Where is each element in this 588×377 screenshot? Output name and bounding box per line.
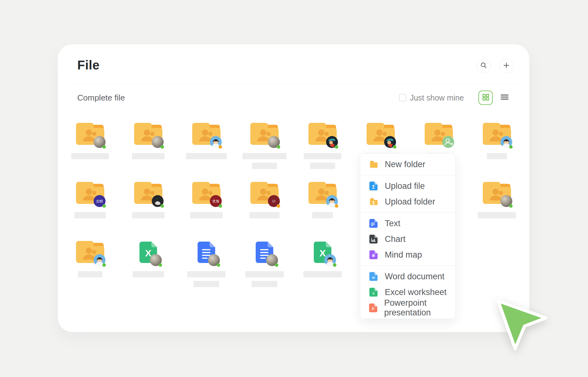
filename-skeleton [304,153,341,159]
owner-avatar-badge [326,195,338,207]
owner-avatar-badge: LI [268,195,280,207]
item-icon-box: X [134,238,162,263]
item-icon-box [192,238,220,263]
item-icon-box [134,120,162,145]
item-icon-box [367,120,395,145]
folder-item[interactable] [73,120,107,168]
excel-file-item[interactable]: X [131,238,166,286]
skeleton-lines [247,212,282,218]
owner-avatar-badge [266,254,278,266]
folder-item[interactable] [247,120,282,168]
status-dot [333,263,336,267]
pointer-cursor [496,298,550,354]
grid-view-button[interactable] [478,90,493,105]
menu-item-label: Upload file [385,181,425,191]
folder-item[interactable] [131,179,166,227]
item-icon-box [76,238,104,263]
search-icon [480,62,487,70]
folder-item[interactable] [131,120,166,168]
filename-skeleton [132,212,165,218]
menu-item-chart[interactable]: Chart [360,231,455,247]
list-view-button[interactable] [497,90,512,105]
excel-doc-icon: x [369,288,378,297]
status-dot [161,204,164,208]
status-dot [277,145,280,149]
folder-item[interactable] [480,179,514,227]
folder-item[interactable] [305,120,340,168]
owner-avatar-badge [94,254,106,266]
owner-avatar-badge [208,254,220,266]
filename-skeleton [487,153,507,159]
owner-avatar-badge [268,136,280,148]
item-icon-box [192,120,220,145]
folder-item[interactable] [305,179,340,227]
item-icon-box: LI [250,179,279,204]
menu-item-new-folder[interactable]: New folder [360,156,455,172]
filename-skeleton [252,281,277,287]
skeleton-lines [247,153,282,169]
item-icon-box [76,120,104,145]
owner-avatar-badge [326,136,338,148]
owner-avatar-badge [324,254,336,266]
owner-avatar-badge [94,136,106,148]
filename-skeleton [186,153,227,159]
item-icon-box [250,120,279,145]
owner-avatar-badge [384,136,396,148]
status-dot [102,263,106,267]
folder-item[interactable]: LI [247,179,282,227]
menu-item-text[interactable]: Text [360,216,455,231]
status-dot [161,145,164,149]
owner-avatar-badge [442,136,454,148]
menu-item-word-document[interactable]: w Word document [360,269,455,284]
grid-view-icon [482,93,490,102]
filename-skeleton [478,212,516,218]
just-show-mine-checkbox[interactable] [399,94,406,101]
menu-item-powerpoint-presentation[interactable]: P Powerpoint presentation [360,300,455,316]
owner-avatar-badge [152,195,164,207]
owner-avatar-badge [210,136,222,148]
item-icon-box [308,120,337,145]
status-dot [102,204,106,208]
folder-item[interactable] [73,238,107,286]
status-dot [219,145,222,149]
folder-item[interactable]: 志程 [73,179,107,227]
folder-item[interactable]: 世旭 [189,179,224,227]
menu-item-label: Chart [385,234,406,244]
menu-item-mind-map[interactable]: Mind map [360,247,455,263]
excel-file-item[interactable]: X [305,238,340,286]
filename-skeleton [132,153,165,159]
status-dot [275,263,278,267]
menu-group: New folder [360,154,455,175]
svg-text:P: P [372,307,374,311]
invite-user-avatar [442,136,454,148]
menu-item-label: Upload folder [385,197,435,207]
status-dot [335,204,338,208]
upload-folder-icon [369,198,378,205]
filename-skeleton [252,163,277,169]
section-label: Complete file [77,93,125,103]
filename-skeleton [133,271,164,277]
owner-avatar-badge: 志程 [94,195,106,207]
skeleton-lines [189,153,224,159]
skeleton-lines [305,271,340,277]
folder-item[interactable] [480,120,514,168]
add-button[interactable] [499,59,514,73]
menu-item-excel-worksheet[interactable]: x Excel worksheet [360,284,455,300]
chart-doc-icon [369,235,378,243]
search-button[interactable] [476,59,491,73]
menu-item-upload-file[interactable]: Upload file [360,178,455,194]
menu-item-label: Text [385,219,400,228]
toolbar: Complete file Just show mine [77,90,512,105]
doc-file-item[interactable] [189,238,224,286]
skeleton-lines [247,271,282,287]
filename-skeleton [193,281,219,287]
upload-file-icon [369,182,378,190]
skeleton-lines [73,153,107,159]
filename-skeleton [242,153,286,159]
status-dot [277,204,280,208]
skeleton-lines [73,212,107,218]
folder-item[interactable] [189,120,224,168]
menu-item-upload-folder[interactable]: Upload folder [360,194,455,210]
doc-file-item[interactable] [247,238,282,286]
menu-item-label: Word document [385,272,444,281]
